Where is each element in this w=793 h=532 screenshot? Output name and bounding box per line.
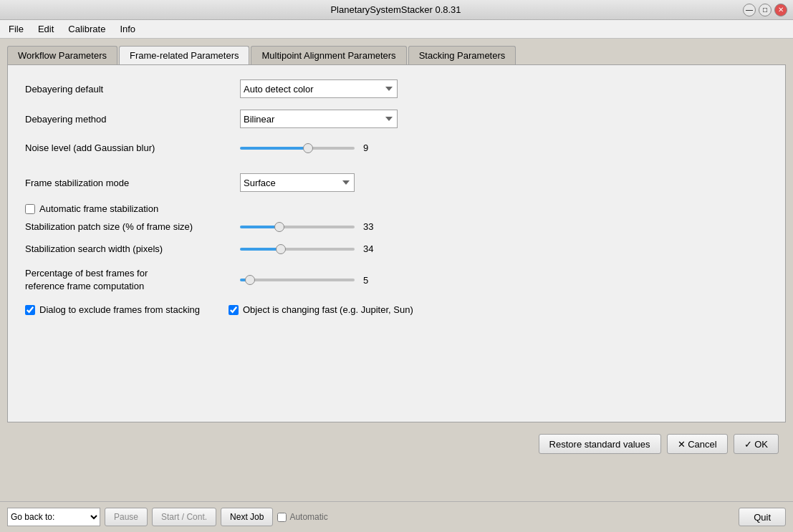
tab-stacking[interactable]: Stacking Parameters bbox=[408, 46, 516, 64]
start-button[interactable]: Start / Cont. bbox=[152, 508, 216, 526]
bottom-bar-left: Go back to: Pause Start / Cont. Next Job… bbox=[7, 508, 328, 526]
noise-level-row: Noise level (add Gaussian blur) 9 bbox=[25, 142, 768, 153]
dialog-exclude-label: Dialog to exclude frames from stacking bbox=[39, 304, 200, 315]
best-frames-slider-container: 5 bbox=[240, 275, 380, 286]
menu-edit[interactable]: Edit bbox=[32, 22, 59, 36]
tab-panel-frame: Debayering default Auto detect color Mon… bbox=[7, 64, 786, 422]
automatic-row: Automatic bbox=[277, 512, 327, 522]
stab-patch-slider[interactable] bbox=[240, 226, 355, 228]
action-buttons: Restore standard values ✕ Cancel ✓ OK bbox=[7, 428, 786, 460]
menu-bar: File Edit Calibrate Info bbox=[0, 20, 793, 39]
stab-patch-slider-container: 33 bbox=[240, 221, 380, 232]
debayering-default-label: Debayering default bbox=[25, 84, 240, 95]
tab-frame[interactable]: Frame-related Parameters bbox=[119, 46, 249, 64]
object-changing-row: Object is changing fast (e.g. Jupiter, S… bbox=[229, 304, 413, 315]
ok-button[interactable]: ✓ OK bbox=[734, 434, 779, 454]
best-frames-label: Percentage of best frames for reference … bbox=[25, 267, 240, 293]
noise-level-slider[interactable] bbox=[240, 147, 355, 150]
dialog-exclude-row: Dialog to exclude frames from stacking bbox=[25, 304, 200, 315]
menu-file[interactable]: File bbox=[3, 22, 29, 36]
close-button[interactable]: ✕ bbox=[774, 4, 787, 16]
stab-patch-label: Stabilization patch size (% of frame siz… bbox=[25, 221, 240, 232]
debayering-default-select[interactable]: Auto detect color Mono RGB bbox=[240, 79, 398, 98]
noise-level-value: 9 bbox=[363, 142, 380, 153]
restore-button[interactable]: Restore standard values bbox=[539, 434, 661, 454]
stab-search-row: Stabilization search width (pixels) 34 bbox=[25, 243, 768, 254]
minimize-button[interactable]: — bbox=[743, 4, 756, 16]
best-frames-value: 5 bbox=[363, 275, 380, 286]
frame-stab-select[interactable]: Surface Planet Moon bbox=[240, 173, 355, 192]
auto-frame-stab-checkbox[interactable] bbox=[25, 204, 35, 214]
go-back-select[interactable]: Go back to: bbox=[7, 508, 100, 526]
menu-calibrate[interactable]: Calibrate bbox=[62, 22, 111, 36]
stab-patch-row: Stabilization patch size (% of frame siz… bbox=[25, 221, 768, 232]
bottom-bar: Go back to: Pause Start / Cont. Next Job… bbox=[0, 501, 793, 532]
auto-frame-stab-row: Automatic frame stabilization bbox=[25, 203, 768, 214]
object-changing-checkbox[interactable] bbox=[229, 305, 239, 315]
tab-multipoint[interactable]: Multipoint Alignment Parameters bbox=[251, 46, 406, 64]
automatic-checkbox[interactable] bbox=[277, 513, 287, 522]
bottom-checkboxes: Dialog to exclude frames from stacking O… bbox=[25, 304, 768, 322]
window-controls: — □ ✕ bbox=[743, 4, 787, 16]
debayering-method-select[interactable]: Bilinear VNG PPG AHD bbox=[240, 110, 398, 128]
object-changing-label: Object is changing fast (e.g. Jupiter, S… bbox=[243, 304, 413, 315]
title-bar: PlanetarySystemStacker 0.8.31 — □ ✕ bbox=[0, 0, 793, 20]
dialog-exclude-checkbox[interactable] bbox=[25, 305, 35, 315]
tabs-container: Workflow Parameters Frame-related Parame… bbox=[7, 46, 786, 422]
cancel-button[interactable]: ✕ Cancel bbox=[667, 434, 728, 454]
quit-button[interactable]: Quit bbox=[739, 508, 786, 526]
menu-info[interactable]: Info bbox=[114, 22, 141, 36]
automatic-label: Automatic bbox=[289, 512, 327, 522]
best-frames-row: Percentage of best frames for reference … bbox=[25, 267, 768, 293]
tab-workflow[interactable]: Workflow Parameters bbox=[7, 46, 117, 64]
stab-search-value: 34 bbox=[363, 243, 380, 254]
window-title: PlanetarySystemStacker 0.8.31 bbox=[49, 4, 743, 15]
debayering-default-row: Debayering default Auto detect color Mon… bbox=[25, 79, 768, 98]
pause-button[interactable]: Pause bbox=[105, 508, 148, 526]
stab-search-slider-container: 34 bbox=[240, 243, 380, 254]
debayering-method-row: Debayering method Bilinear VNG PPG AHD bbox=[25, 110, 768, 128]
noise-level-slider-container: 9 bbox=[240, 142, 380, 153]
next-job-button[interactable]: Next Job bbox=[221, 508, 273, 526]
main-content: Workflow Parameters Frame-related Parame… bbox=[0, 39, 793, 501]
debayering-method-label: Debayering method bbox=[25, 114, 240, 125]
restore-button[interactable]: □ bbox=[759, 4, 772, 16]
tabs-header: Workflow Parameters Frame-related Parame… bbox=[7, 46, 786, 64]
frame-stab-row: Frame stabilization mode Surface Planet … bbox=[25, 173, 768, 192]
auto-frame-stab-label: Automatic frame stabilization bbox=[39, 203, 158, 214]
best-frames-slider[interactable] bbox=[240, 279, 355, 281]
stab-patch-value: 33 bbox=[363, 221, 380, 232]
frame-stab-label: Frame stabilization mode bbox=[25, 178, 240, 188]
stab-search-slider[interactable] bbox=[240, 248, 355, 251]
noise-level-label: Noise level (add Gaussian blur) bbox=[25, 142, 240, 153]
stab-search-label: Stabilization search width (pixels) bbox=[25, 243, 240, 254]
